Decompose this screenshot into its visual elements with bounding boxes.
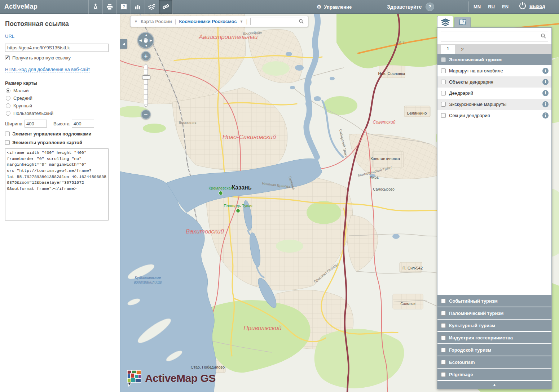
group-label: Городской туризм [449,347,491,353]
info-icon[interactable]: i [542,101,549,107]
layer-item[interactable]: Секции дендрария i [437,110,551,121]
layer-label: Объекты дендрария [449,79,539,85]
size-medium-radio[interactable] [6,96,10,101]
page-2-tab[interactable]: 2 [455,47,470,54]
group-hospitality[interactable]: Индустрия гостеприимства [437,332,551,343]
logout-button[interactable]: Выход [519,2,545,11]
reference-button[interactable]: ? [116,0,131,14]
measure-tool-button[interactable] [88,0,102,14]
zoom-out-button[interactable]: − [141,110,151,119]
layer-item[interactable]: Дендрарий i [437,88,551,99]
layer-checkbox[interactable] [441,68,446,73]
layer-item[interactable]: Маршрут на автомобиле i [437,65,551,76]
tab-layers[interactable] [437,16,453,27]
group-city-tourism[interactable]: Городской туризм [437,344,551,356]
zoom-slider-handle[interactable] [142,75,150,79]
baselayer-control-label: Элемент управления подложками [12,131,91,137]
layer-checkbox[interactable] [441,80,446,84]
size-custom-radio[interactable] [6,111,10,116]
layer-checkbox[interactable] [441,91,446,95]
group-event-tourism[interactable]: Событийный туризм [437,295,551,307]
url-input[interactable] [5,44,109,52]
map-label: Нов. Сосновка [378,71,406,76]
layers-panel: ? 1 2 Экологический туризм Маршру [437,16,552,389]
group-eco-tourism[interactable]: Экологический туризм [437,54,551,65]
layers-search-input[interactable] [441,31,548,41]
height-label: Высота [53,121,70,126]
group-checkbox[interactable] [441,372,446,377]
info-icon[interactable]: i [542,90,549,96]
page-1-tab[interactable]: 1 [441,45,455,54]
zoom-in-button[interactable]: + [141,51,151,61]
url-link[interactable]: URL [5,34,14,39]
map-label: Стар. Победилово [191,365,225,369]
help-button[interactable]: ? [426,3,434,11]
group-checkbox[interactable] [441,323,446,328]
height-input[interactable] [72,120,94,128]
print-button[interactable] [102,0,116,14]
info-icon[interactable]: i [542,112,549,119]
group-checkbox[interactable] [441,299,446,303]
pan-up-icon[interactable]: ▲ [145,33,148,37]
add-layer-button[interactable] [145,0,159,14]
tab-legend[interactable]: ? [454,17,471,27]
baselayer-map-russia[interactable]: Карта России [141,19,172,24]
search-icon[interactable] [299,19,304,26]
group-eco-tourism-checkbox[interactable] [441,57,446,62]
map-label: Ново-Савиновский [223,134,276,141]
layer-item[interactable]: Экскурсионные маршруты i [437,99,551,110]
search-icon[interactable] [541,33,546,40]
layer-label: Секции дендрария [449,113,539,118]
group-checkbox[interactable] [441,360,446,365]
layer-checkbox[interactable] [441,102,446,107]
size-small-radio[interactable] [6,88,10,93]
sidebar-collapse-button[interactable]: ◀ [120,39,127,49]
panel-collapse-button[interactable]: ▲ [437,381,551,389]
map-search-input[interactable] [250,18,305,25]
html-code-link[interactable]: HTML-код для добавления на веб-сайт [5,67,90,72]
group-label: Культурный туризм [449,323,495,328]
gear-icon: ⚙ [317,4,321,10]
baselayer-satellite[interactable]: Космоснимки Роскосмос [179,19,237,24]
group-checkbox[interactable] [441,335,446,340]
iframe-code-textarea[interactable]: <iframe width="400" height="400" framebo… [5,148,109,220]
lang-mn[interactable]: MN [474,4,481,9]
layer-checkbox[interactable] [441,113,446,118]
map-controls-checkbox[interactable] [5,140,10,145]
group-label: Событийный туризм [449,298,498,304]
pan-left-icon[interactable]: ◀ [139,39,142,42]
info-icon[interactable]: i [542,68,549,74]
header-divider-2 [468,1,469,12]
zoom-slider[interactable] [144,64,148,107]
info-icon[interactable]: i [542,79,549,85]
lang-ru[interactable]: RU [488,4,495,9]
layer-item[interactable]: Объекты дендрария i [437,76,551,88]
size-large-radio[interactable] [6,103,10,108]
svg-text:?: ? [462,20,464,23]
width-input[interactable] [25,120,47,128]
group-pilgrimage-en[interactable]: Pilgrimage [437,369,551,380]
statistics-button[interactable] [131,0,145,14]
short-link-checkbox[interactable] [5,55,10,60]
map-label: Вахитовский [186,228,224,235]
baselayer-control-checkbox[interactable] [5,132,10,136]
management-button[interactable]: ⚙ Управление [317,0,352,14]
group-cultural-tourism[interactable]: Культурный туризм [437,320,551,331]
group-ecotourism-en[interactable]: Ecotourism [437,356,551,368]
size-small-label: Малый [13,88,28,93]
printer-icon [106,3,113,10]
chevron-down-icon[interactable]: ▼ [134,19,138,23]
group-label: Паломнический туризм [449,311,503,316]
pan-right-icon[interactable]: ▶ [150,39,152,42]
pan-control[interactable]: ▲ ▼ ◀ ▶ [137,32,154,49]
chevron-down-icon-2[interactable]: ▼ [240,19,243,23]
app-logo: ActiveMap [4,3,38,10]
pan-down-icon[interactable]: ▼ [145,44,148,48]
group-pilgrim-tourism[interactable]: Паломнический туризм [437,307,551,319]
map-label: Советский [373,120,396,125]
map-viewport[interactable]: АвиастроительныйНово-СавиновскийВахитовс… [120,14,559,392]
group-checkbox[interactable] [441,348,446,352]
permalink-button[interactable] [159,0,173,14]
lang-en[interactable]: EN [502,4,509,9]
group-checkbox[interactable] [441,311,446,316]
